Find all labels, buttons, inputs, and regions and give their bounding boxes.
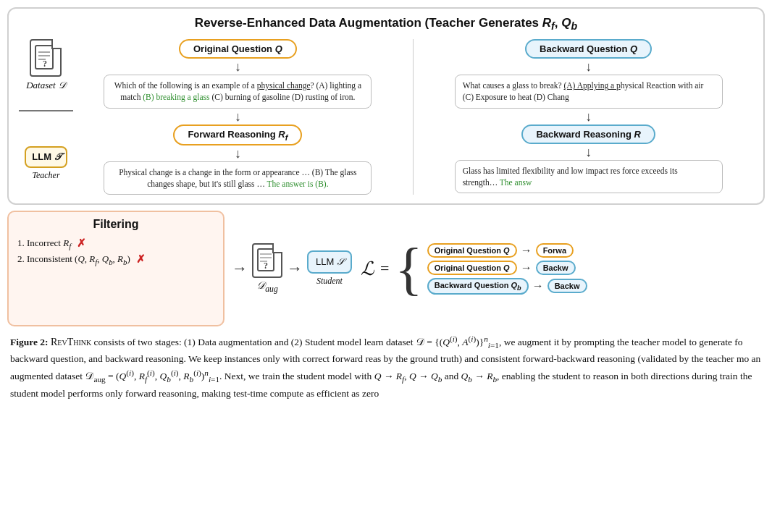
filter-x-2: ✗ [136,253,146,266]
dataset-label: Dataset 𝒟 [26,80,66,91]
loss-row-1: Original Question Q → Forwa [427,243,587,258]
filtering-title: Filtering [17,218,214,231]
two-col-content: Original Question Q ↓ Which of the follo… [73,39,753,195]
top-section: Reverse-Enhanced Data Augmentation (Teac… [7,7,765,205]
main-container: Reverse-Enhanced Data Augmentation (Teac… [0,0,772,401]
filter-item-1: 1. Incorrect Rf ✗ [17,237,214,250]
filter-item-2: 2. Inconsistent (Q, Rf, Qb, Rb) ✗ [17,253,214,266]
forward-col: Original Question Q ↓ Which of the follo… [73,39,408,195]
dataset-icon: ? [30,39,62,77]
student-box: LLM 𝒮 [307,250,352,274]
figure-caption: Figure 2: RevThink consists of two stage… [7,326,765,401]
arrow-down-5: ↓ [585,109,592,124]
llm-teacher-group: LLM 𝒯 Teacher [25,146,67,181]
left-brace: { [395,240,422,297]
diagram-inner: ? Dataset 𝒟 LLM 𝒯 Teacher [19,39,753,195]
bottom-flow: → ? 𝒟aug → LLM 𝒮 [225,211,765,326]
loss-row2-right: Backw [536,261,576,275]
loss-row1-right: Forwa [536,243,574,258]
caption-text: consists of two stages: (1) Data augment… [10,337,760,399]
arrow-down-6: ↓ [585,144,592,160]
loss-row-3: Backward Question Qb → Backw [427,278,587,295]
filter-text-2: 2. Inconsistent (Q, Rf, Qb, Rb) [17,253,130,266]
loss-row3-arrow: → [532,279,544,292]
h-connector-1 [19,110,73,111]
loss-row3-right: Backw [547,279,587,293]
arrow-to-daug: → [232,261,248,276]
forward-r-text-box: Physical change is a change in the form … [104,161,372,195]
d-aug-col: ? 𝒟aug [252,243,282,294]
center-content: Original Question Q ↓ Which of the follo… [73,39,753,195]
filter-text-1: 1. Incorrect Rf [17,237,71,250]
forward-r-pill: Forward Reasoning Rf [173,124,302,146]
cal-l: ℒ [361,258,374,280]
arrow-down-1: ↓ [235,59,241,75]
teacher-label: Teacher [32,170,59,181]
student-label: Student [316,276,343,287]
original-q-pill: Original Question Q [179,39,297,59]
filter-x-1: ✗ [77,237,86,250]
backward-q-pill: Backward Question Q [525,39,652,59]
original-q-text-box: Which of the following is an example of … [104,75,372,108]
revthink-name: RevThink [51,337,91,347]
svg-text:?: ? [264,261,268,271]
d-aug-icon: ? [252,243,282,278]
arrow-down-3: ↓ [235,145,241,161]
arrow-down-2: ↓ [235,109,241,124]
backward-q-text-box: What causes a glass to break? (A) Applyi… [455,75,723,108]
backward-col: Backward Question Q ↓ What causes a glas… [418,39,753,195]
loss-row3-left: Backward Question Qb [427,278,529,295]
filtering-box: Filtering 1. Incorrect Rf ✗ 2. Inconsist… [7,211,225,326]
left-icons-col: ? Dataset 𝒟 LLM 𝒯 Teacher [19,39,73,181]
arrow-down-4: ↓ [585,59,592,75]
loss-row-2: Original Question Q → Backw [427,261,587,275]
col-divider [413,39,414,195]
loss-row1-left: Original Question Q [427,243,517,258]
backward-r-pill: Backward Reasoning R [521,124,655,144]
llm-teacher-box: LLM 𝒯 [25,146,67,168]
diagram-title: Reverse-Enhanced Data Augmentation (Teac… [19,16,753,32]
loss-row1-arrow: → [521,244,532,257]
caption-label: Figure 2: [10,337,49,347]
loss-col: ℒ = { Original Question Q → Forwa Origin… [361,240,587,297]
bottom-section: Filtering 1. Incorrect Rf ✗ 2. Inconsist… [7,211,765,326]
llm-label: LLM 𝒯 [32,151,59,163]
equals-sign: = [380,259,389,278]
student-col: LLM 𝒮 Student [307,250,352,287]
loss-row2-arrow: → [521,261,532,274]
dataset-icon-group: ? Dataset 𝒟 [26,39,66,91]
loss-rows: Original Question Q → Forwa Original Que… [427,243,587,295]
backward-r-text-box: Glass has limited flexibility and low im… [455,160,723,193]
d-aug-label: 𝒟aug [256,280,277,294]
arrow-to-student: → [287,261,303,276]
svg-text:?: ? [43,59,47,69]
loss-row2-left: Original Question Q [427,261,517,275]
